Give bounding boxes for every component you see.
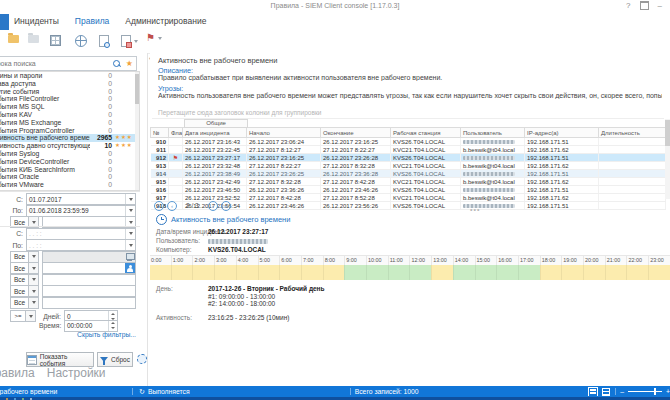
view-grid-button[interactable] xyxy=(588,387,598,396)
zoom-out-icon[interactable]: – xyxy=(620,388,624,395)
column-header[interactable]: Дата инцидента xyxy=(183,128,247,138)
all-dropdown-button[interactable] xyxy=(29,251,39,263)
folder-disabled-icon[interactable] xyxy=(28,35,39,43)
filter-field[interactable] xyxy=(42,274,136,286)
column-header[interactable]: Пользователь xyxy=(461,128,525,138)
search-icon[interactable] xyxy=(113,60,120,67)
bottom-tab-rules[interactable]: Правила xyxy=(0,366,35,380)
column-header[interactable]: Начало xyxy=(247,128,321,138)
settings-gear-button[interactable] xyxy=(135,352,148,365)
date-to-combo[interactable]: 01.06.2018 23:59:59 xyxy=(26,205,136,217)
prev-page-icon[interactable]: ‹ xyxy=(167,201,177,211)
splitter-handle[interactable]: ••• xyxy=(470,206,480,213)
sidebar-rule-item[interactable]: События MS SQL0 xyxy=(0,103,139,111)
rules-scrollbar[interactable] xyxy=(135,72,139,190)
all-dropdown[interactable]: Все xyxy=(10,285,29,297)
cell: 26.12.2017 23:26:28 xyxy=(321,154,391,162)
search-input[interactable] xyxy=(0,60,113,67)
table-row[interactable]: 91426.12.2017 23:38:4926.12.2017 23:26:2… xyxy=(151,170,666,178)
timeline-hour-label: 20:00 xyxy=(583,256,605,265)
filter-field[interactable] xyxy=(42,297,136,309)
reset-button[interactable]: Сброс xyxy=(97,352,133,367)
title-bar: Правила - SIEM Client console [1.17.0.3]… xyxy=(0,0,670,13)
tab-rules[interactable]: Правила xyxy=(75,13,110,30)
tab-administration[interactable]: Администрирование xyxy=(125,13,206,30)
sidebar-rule-item[interactable]: События KAV0 xyxy=(0,111,139,119)
table-row[interactable]: 91526.12.2017 23:42:4927.12.2017 8:32:28… xyxy=(151,178,666,186)
table-row[interactable]: 91026.12.2017 23:16:4326.12.2017 23:06:2… xyxy=(151,138,666,146)
filter-field[interactable] xyxy=(42,285,136,297)
sidebar-rule-item[interactable]: События FileController0 xyxy=(0,95,139,103)
next-page-icon[interactable]: › xyxy=(208,201,218,211)
zoom-slider[interactable] xyxy=(628,391,662,392)
help-button[interactable]: ? xyxy=(626,1,630,10)
column-header[interactable]: Рабочая станция xyxy=(391,128,461,138)
table-scrollbar[interactable] xyxy=(665,119,670,199)
time-field[interactable]: 00:00:00 xyxy=(64,320,118,332)
app-button[interactable] xyxy=(0,14,9,30)
column-header[interactable]: IP-адрес(а) xyxy=(525,128,599,138)
zoom-in-icon[interactable]: + xyxy=(666,388,670,395)
export-document-icon[interactable] xyxy=(121,35,138,47)
open-folder-icon[interactable] xyxy=(8,35,19,43)
minimize-button[interactable]: – xyxy=(658,1,662,10)
time-to-combo[interactable]: . . : : xyxy=(26,239,136,251)
table-row[interactable]: 912⚑26.12.2017 23:27:1726.12.2017 23:16:… xyxy=(151,154,666,162)
table-row[interactable]: 91326.12.2017 23:32:4827.12.2017 8:22:27… xyxy=(151,162,666,170)
timeline-hour-label: 19:00 xyxy=(561,256,583,265)
sidebar-rule-item[interactable]: События ProgramController0 xyxy=(0,127,139,135)
sidebar-rule-item[interactable]: Другие события0 xyxy=(0,88,139,96)
rule-count: 0 xyxy=(90,181,112,189)
view-cards-button[interactable] xyxy=(601,387,611,396)
sidebar-rule-item[interactable]: События Syslog0 xyxy=(0,150,139,158)
all-dropdown-button[interactable] xyxy=(29,297,39,309)
time-from-combo[interactable]: . . : : xyxy=(26,228,136,240)
spinner[interactable] xyxy=(108,321,117,331)
sidebar-rule-item[interactable]: События DeviceController0 xyxy=(0,158,139,166)
column-header[interactable]: Длительность xyxy=(599,128,666,138)
report-search-icon[interactable] xyxy=(99,35,109,47)
bottom-tab-settings[interactable]: Настройки xyxy=(47,366,106,380)
sidebar-rule-item[interactable]: Активность вне рабочего времени2965★★★ xyxy=(0,134,139,142)
operator-dropdown[interactable]: >= xyxy=(10,310,26,322)
all-dropdown[interactable]: Все xyxy=(10,274,29,286)
sidebar-rule-item[interactable]: События MS Exchange0 xyxy=(0,119,139,127)
workstation-filter-field[interactable] xyxy=(42,251,136,263)
chevron-down-icon xyxy=(129,244,133,247)
clock-icon xyxy=(156,214,167,225)
column-header[interactable]: Флаг xyxy=(169,128,183,138)
operator-dropdown-button[interactable] xyxy=(26,310,36,322)
maximize-button[interactable] xyxy=(640,1,649,10)
zoom-slider-thumb[interactable] xyxy=(654,388,656,395)
all-dropdown-button[interactable] xyxy=(29,262,39,274)
first-page-icon[interactable]: « xyxy=(154,201,164,211)
person-icon[interactable] xyxy=(125,263,135,273)
user-filter-field[interactable] xyxy=(42,262,136,274)
table-row[interactable]: 91126.12.2017 23:22:4527.12.2017 8:12:27… xyxy=(151,146,666,154)
favorites-star-icon[interactable]: ★ xyxy=(126,60,133,68)
tab-incidents[interactable]: Инциденты xyxy=(14,13,59,30)
last-page-icon[interactable]: » xyxy=(221,201,231,211)
computer-label: Компьютер: xyxy=(156,246,191,253)
all-dropdown-button[interactable] xyxy=(29,285,39,297)
sidebar-rule-item[interactable]: События КИБ SearchInform0 xyxy=(0,166,139,174)
flag-menu-icon[interactable]: ⚑ xyxy=(146,33,162,43)
sidebar-rule-item[interactable]: Права доступа0 xyxy=(0,80,139,88)
column-header[interactable]: № xyxy=(151,128,169,138)
sidebar-rule-item[interactable]: События VMware0 xyxy=(0,181,139,189)
column-header[interactable]: Окончание xyxy=(321,128,391,138)
all-dropdown-button[interactable] xyxy=(29,274,39,286)
sidebar-rule-item[interactable]: Логины и пароли0 xyxy=(0,72,139,80)
sidebar-rule-item[interactable]: Активность давно отсутствующего пользова… xyxy=(0,142,139,150)
hide-filters-link[interactable]: Скрыть фильтры... xyxy=(77,331,136,338)
band-header[interactable]: Общие xyxy=(184,119,248,128)
all-dropdown[interactable]: Все xyxy=(10,297,29,309)
sidebar-rule-item[interactable]: События Oracle0 xyxy=(0,173,139,181)
grid-view-icon[interactable] xyxy=(50,35,61,46)
table-row[interactable]: 91626.12.2017 23:46:5026.12.2017 23:36:2… xyxy=(151,186,666,194)
show-events-button[interactable]: Показать события xyxy=(26,352,94,367)
globe-icon[interactable] xyxy=(75,35,87,47)
all-dropdown[interactable]: Все xyxy=(10,251,29,263)
date-from-combo[interactable]: 01.07.2017 xyxy=(26,193,136,205)
all-dropdown[interactable]: Все xyxy=(10,262,29,274)
